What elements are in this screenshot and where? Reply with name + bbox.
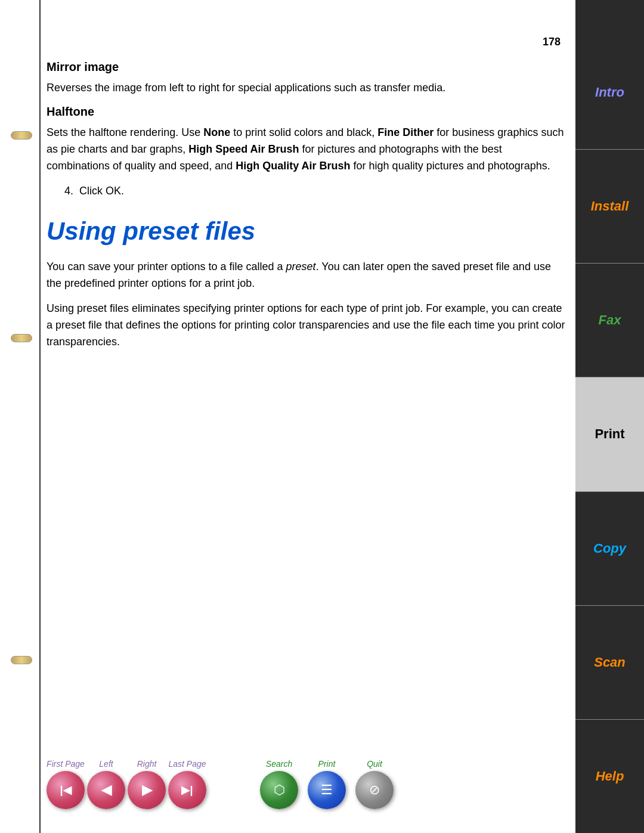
sidebar-tab-copy[interactable]: Copy [575,492,644,605]
nav-quit-label: Quit [367,759,382,769]
sidebar-label-print: Print [595,416,624,453]
last-page-icon: ▶| [181,785,193,795]
halftone-mid1: to print solid colors and black, [230,126,377,138]
nav-print: Print ☰ [308,759,346,809]
nav-last-page-label: Last Page [168,759,206,769]
nav-search-label: Search [266,759,292,769]
sidebar-label-help: Help [596,758,624,795]
main-content: 178 Mirror image Reverses the image from… [47,36,566,833]
sidebar-label-scan: Scan [594,644,626,681]
nav-first-page-label: First Page [47,759,85,769]
chapter-title: Using preset files [47,217,566,246]
sidebar-tab-fax[interactable]: Fax [575,264,644,377]
section-halftone-title: Halftone [47,105,566,119]
halftone-text-prefix: Sets the halftone rendering. Use [47,126,203,138]
sidebar-label-copy: Copy [593,530,626,567]
nav-bar: First Page |◀ Left ◀ Right ▶ Last Page ▶… [47,759,566,809]
first-page-icon: |◀ [60,785,71,795]
halftone-highspeed: High Speed Air Brush [188,143,299,155]
print-icon: ☰ [321,782,333,798]
nav-left: Left ◀ [87,759,125,809]
para1-prefix: You can save your printer options to a f… [47,261,286,272]
para-1: You can save your printer options to a f… [47,259,566,292]
binding-ring-3 [11,656,32,664]
halftone-none: None [203,126,230,138]
nav-search: Search ⬡ [260,759,298,809]
right-button[interactable]: ▶ [128,771,166,809]
binding-strip [0,0,41,833]
sidebar-label-intro: Intro [595,74,624,111]
binding-ring-2 [11,334,32,342]
sidebar-tab-print[interactable]: Print [575,377,644,491]
nav-right: Right ▶ [128,759,166,809]
nav-last-page: Last Page ▶| [168,759,206,809]
nav-print-label: Print [318,759,336,769]
sidebar-label-install: Install [591,188,629,225]
halftone-fine: Fine Dither [377,126,434,138]
section-mirror-body: Reverses the image from left to right fo… [47,80,566,97]
print-button[interactable]: ☰ [308,771,346,809]
nav-first-page: First Page |◀ [47,759,85,809]
quit-button[interactable]: ⊘ [355,771,394,809]
halftone-end: for high quality pictures and photograph… [351,160,550,172]
quit-icon: ⊘ [369,782,380,798]
nav-right-label: Right [137,759,157,769]
nav-quit: Quit ⊘ [355,759,394,809]
left-icon: ◀ [101,784,112,797]
para-2: Using preset files eliminates specifying… [47,301,566,351]
search-icon: ⬡ [274,782,285,798]
first-page-button[interactable]: |◀ [47,771,85,809]
last-page-button[interactable]: ▶| [168,771,206,809]
halftone-highquality: High Quality Air Brush [236,160,350,172]
section-halftone-body: Sets the halftone rendering. Use None to… [47,125,566,175]
step-4: 4. Click OK. [64,183,566,200]
search-button[interactable]: ⬡ [260,771,298,809]
section-mirror-title: Mirror image [47,60,566,74]
sidebar: Intro Install Fax Print Copy Scan Help [575,0,644,833]
nav-left-label: Left [99,759,113,769]
sidebar-tab-help[interactable]: Help [575,720,644,833]
right-icon: ▶ [142,784,152,797]
left-button[interactable]: ◀ [87,771,125,809]
sidebar-tab-install[interactable]: Install [575,150,644,263]
page-number: 178 [47,36,566,48]
sidebar-tab-scan[interactable]: Scan [575,606,644,719]
sidebar-tab-intro[interactable]: Intro [575,36,644,149]
para1-italic: preset [286,261,316,272]
sidebar-label-fax: Fax [599,302,621,339]
binding-ring-1 [11,131,32,140]
